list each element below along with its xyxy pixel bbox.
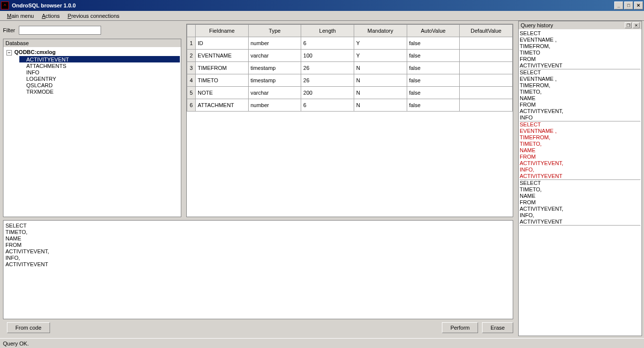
row-number: 1 [187,37,196,50]
table-row[interactable]: 5NOTEvarchar200Nfalse [187,87,513,99]
cell-length: 26 [301,74,354,87]
cell-type: number [248,99,301,112]
cell-length: 200 [301,87,354,99]
history-close-icon[interactable]: ✕ [633,22,640,28]
tree-item-info[interactable]: INFO [19,69,180,75]
cell-fieldname: TIMETO [196,74,249,87]
status-text: Query OK. [3,341,29,347]
cell-autovalue: false [407,99,460,112]
menu-bar: Main menu Actions Previous connections [0,11,644,21]
perform-button[interactable]: Perform [442,322,478,333]
query-history-panel: Query history ❐ ✕ SELECT EVENTNAME , TIM… [518,21,642,336]
cell-defaultvalue [460,37,513,50]
close-button[interactable]: ✕ [634,1,643,9]
cell-autovalue: false [407,87,460,99]
menu-prev[interactable]: Previous connections [64,12,124,20]
cell-autovalue: false [407,74,460,87]
cell-type: timestamp [248,62,301,74]
schema-grid-panel: FieldnameTypeLengthMandatoryAutoValueDef… [186,24,513,217]
history-entry[interactable]: SELECT TIMETO, NAME FROM ACTIVITYEVENT, … [520,180,641,226]
table-row[interactable]: 4TIMETOtimestamp26Nfalse [187,74,513,87]
tree-item-qslcard[interactable]: QSLCARD [19,82,180,88]
tree-expand-icon[interactable]: − [6,50,12,56]
minimize-button[interactable]: _ [614,1,623,9]
schema-grid[interactable]: FieldnameTypeLengthMandatoryAutoValueDef… [187,24,513,112]
cell-defaultvalue [460,50,513,62]
table-row[interactable]: 2EVENTNAMEvarchar100Yfalse [187,50,513,62]
history-entry[interactable]: SELECT EVENTNAME , TIMEFROM, TIMETO, NAM… [520,69,641,121]
cell-fieldname: NOTE [196,87,249,99]
grid-corner [187,25,196,37]
cell-type: number [248,37,301,50]
cell-mandatory: N [354,87,407,99]
cell-fieldname: TIMEFROM [196,62,249,74]
title-bar[interactable]: ^ OndroSQL browser 1.0.0 _ □ ✕ [0,0,644,11]
tree-item-activityevent[interactable]: ACTIVITYEVENT [19,56,180,62]
history-title: Query history [521,22,624,28]
cell-defaultvalue [460,87,513,99]
database-panel-title: Database [3,39,181,48]
menu-main[interactable]: Main menu [3,12,38,20]
cell-length: 100 [301,50,354,62]
cell-defaultvalue [460,62,513,74]
maximize-button[interactable]: □ [624,1,633,9]
row-number: 2 [187,50,196,62]
cell-mandatory: Y [354,37,407,50]
cell-mandatory: N [354,99,407,112]
tree-item-attachments[interactable]: ATTACHMENTS [19,62,180,69]
cell-length: 26 [301,62,354,74]
app-icon: ^ [1,1,9,9]
cell-type: varchar [248,50,301,62]
history-entry[interactable]: SELECT EVENTNAME , TIMEFROM, TIMETO, NAM… [520,121,641,180]
history-dock-icon[interactable]: ❐ [625,22,632,28]
history-list[interactable]: SELECT EVENTNAME , TIMEFROM, TIMETO FROM… [519,29,642,336]
row-number: 3 [187,62,196,74]
tree-item-logentry[interactable]: LOGENTRY [19,75,180,82]
filter-label: Filter [3,27,19,33]
col-length[interactable]: Length [301,25,354,37]
tree-item-trxmode[interactable]: TRXMODE [19,88,180,95]
table-row[interactable]: 1IDnumber6Yfalse [187,37,513,50]
col-mandatory[interactable]: Mandatory [354,25,407,37]
cell-fieldname: EVENTNAME [196,50,249,62]
cell-mandatory: N [354,74,407,87]
erase-button[interactable]: Erase [482,322,513,333]
col-fieldname[interactable]: Fieldname [196,25,249,37]
filter-input[interactable] [19,26,101,35]
status-bar: Query OK. [0,338,644,348]
cell-defaultvalue [460,74,513,87]
from-code-button[interactable]: From code [7,322,50,333]
menu-actions[interactable]: Actions [38,12,63,20]
table-row[interactable]: 6ATTACHMENTnumber6Nfalse [187,99,513,112]
table-row[interactable]: 3TIMEFROMtimestamp26Nfalse [187,62,513,74]
database-tree[interactable]: − QODBC:cmxlog ACTIVITYEVENTATTACHMENTSI… [3,48,181,217]
cell-mandatory: Y [354,50,407,62]
cell-fieldname: ID [196,37,249,50]
row-number: 6 [187,99,196,112]
database-panel: Database − QODBC:cmxlog ACTIVITYEVENTATT… [3,39,181,217]
row-number: 5 [187,87,196,99]
cell-autovalue: false [407,37,460,50]
cell-mandatory: N [354,62,407,74]
cell-type: timestamp [248,74,301,87]
cell-fieldname: ATTACHMENT [196,99,249,112]
col-defaultvalue[interactable]: DefaultValue [460,25,513,37]
history-entry[interactable]: SELECT EVENTNAME , TIMEFROM, TIMETO FROM… [520,30,641,69]
cell-type: varchar [248,87,301,99]
sql-editor[interactable]: SELECT TIMETO, NAME FROM ACTIVITYEVENT, … [3,220,513,319]
row-number: 4 [187,74,196,87]
cell-length: 6 [301,99,354,112]
col-autovalue[interactable]: AutoValue [407,25,460,37]
cell-autovalue: false [407,50,460,62]
window-title: OndroSQL browser 1.0.0 [11,2,613,8]
cell-autovalue: false [407,62,460,74]
col-type[interactable]: Type [248,25,301,37]
cell-length: 6 [301,37,354,50]
tree-root-label[interactable]: QODBC:cmxlog [14,49,55,55]
cell-defaultvalue [460,99,513,112]
